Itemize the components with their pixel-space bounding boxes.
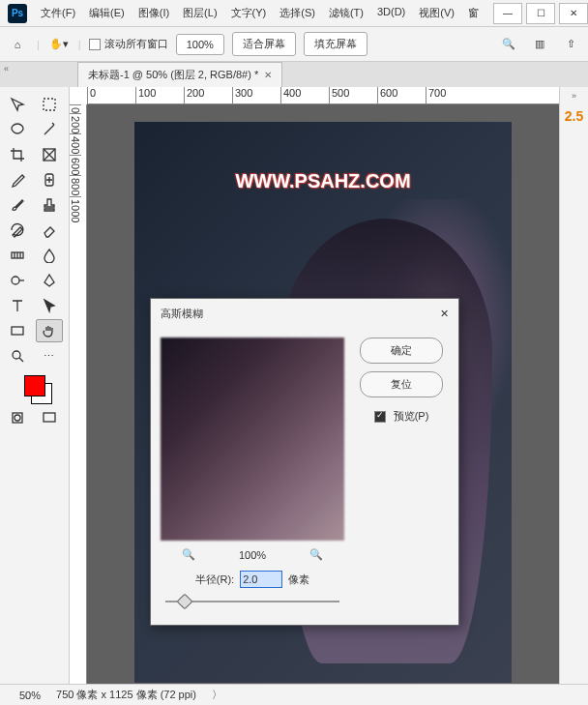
ok-button[interactable]: 确定: [360, 338, 443, 364]
eyedropper-tool[interactable]: [4, 168, 31, 191]
minimize-button[interactable]: —: [493, 3, 522, 24]
stamp-tool[interactable]: [36, 193, 63, 217]
brush-tool[interactable]: [4, 193, 31, 217]
svg-rect-9: [44, 413, 55, 422]
radius-slider[interactable]: [165, 594, 339, 609]
search-icon[interactable]: 🔍: [497, 33, 520, 56]
document-tab[interactable]: 未标题-1 @ 50% (图层 2, RGB/8#) *✕: [77, 62, 282, 87]
svg-point-6: [13, 351, 20, 359]
menu-select[interactable]: 选择(S): [274, 2, 321, 24]
crop-tool[interactable]: [4, 143, 31, 166]
home-icon[interactable]: ⌂: [6, 33, 29, 56]
quickmask-tool[interactable]: [4, 406, 31, 429]
ruler-horizontal[interactable]: 0100200300400500600700: [87, 87, 559, 104]
scroll-all-checkbox[interactable]: 滚动所有窗口: [89, 37, 168, 51]
color-swatch[interactable]: [4, 375, 65, 404]
fill-screen-button[interactable]: 填充屏幕: [304, 32, 368, 56]
gradient-tool[interactable]: [4, 244, 31, 267]
status-bar: 50% 750 像素 x 1125 像素 (72 ppi) 〉: [0, 684, 588, 705]
zoom-out-icon[interactable]: 🔍: [182, 548, 195, 561]
preview-checkbox[interactable]: 预览(P): [374, 409, 429, 424]
type-tool[interactable]: [4, 294, 31, 317]
status-doc-info[interactable]: 750 像素 x 1125 像素 (72 ppi): [56, 688, 196, 702]
radius-label: 半径(R):: [195, 573, 234, 587]
preview-zoom-level: 100%: [239, 549, 266, 561]
fit-screen-button[interactable]: 适合屏幕: [232, 32, 296, 56]
status-chevron-icon[interactable]: 〉: [212, 688, 222, 702]
share-icon[interactable]: ⇧: [559, 33, 582, 56]
collapse-panel-icon[interactable]: »: [560, 91, 588, 101]
menu-image[interactable]: 图像(I): [132, 2, 175, 24]
menu-window[interactable]: 窗: [462, 2, 485, 24]
wand-tool[interactable]: [36, 118, 63, 141]
zoom-in-icon[interactable]: 🔍: [309, 548, 323, 561]
zoom-tool[interactable]: [4, 344, 31, 367]
panel-value[interactable]: 2.5: [560, 108, 588, 124]
menu-view[interactable]: 视图(V): [413, 2, 460, 24]
move-tool[interactable]: [4, 93, 31, 116]
status-zoom[interactable]: 50%: [19, 690, 41, 701]
radius-input[interactable]: [240, 571, 282, 588]
menu-edit[interactable]: 编辑(E): [83, 2, 131, 24]
gaussian-blur-dialog: 高斯模糊 ✕ 🔍 100% 🔍 半径(R): 像素 确定 复位 预览(P): [150, 298, 459, 626]
foreground-color[interactable]: [24, 375, 45, 397]
menu-filter[interactable]: 滤镜(T): [323, 2, 369, 24]
ruler-vertical[interactable]: 02004006008001000: [70, 104, 87, 684]
title-bar: Ps 文件(F) 编辑(E) 图像(I) 图层(L) 文字(Y) 选择(S) 滤…: [0, 0, 588, 27]
blur-preview-image[interactable]: [161, 338, 344, 541]
eraser-tool[interactable]: [36, 219, 63, 242]
collapse-arrow-icon[interactable]: «: [4, 64, 9, 73]
svg-rect-0: [44, 99, 55, 110]
zoom-level-button[interactable]: 100%: [176, 34, 224, 55]
watermark-text: WWW.PSAHZ.COM: [134, 170, 512, 192]
history-brush-tool[interactable]: [4, 219, 31, 242]
svg-point-4: [12, 277, 19, 284]
hand-tool[interactable]: [36, 319, 63, 342]
tool-panel: ⋯: [0, 87, 70, 684]
lasso-tool[interactable]: [4, 118, 31, 141]
menu-file[interactable]: 文件(F): [35, 2, 81, 24]
app-logo: Ps: [8, 4, 27, 23]
main-menu: 文件(F) 编辑(E) 图像(I) 图层(L) 文字(Y) 选择(S) 滤镜(T…: [35, 2, 489, 24]
document-tabs: « 未标题-1 @ 50% (图层 2, RGB/8#) *✕: [0, 62, 588, 87]
pen-tool[interactable]: [36, 269, 63, 292]
menu-3d[interactable]: 3D(D): [371, 2, 411, 24]
more-tools[interactable]: ⋯: [36, 344, 63, 367]
svg-rect-5: [12, 327, 23, 335]
reset-button[interactable]: 复位: [360, 371, 443, 397]
options-bar: ⌂ | ✋▾ | 滚动所有窗口 100% 适合屏幕 填充屏幕 🔍 ▥ ⇧: [0, 27, 588, 62]
frame-tool[interactable]: [36, 143, 63, 166]
panels-icon[interactable]: ▥: [528, 33, 551, 56]
close-window-button[interactable]: ✕: [559, 3, 588, 24]
blur-tool[interactable]: [36, 244, 63, 267]
dodge-tool[interactable]: [4, 269, 31, 292]
heal-tool[interactable]: [36, 168, 63, 191]
dialog-title: 高斯模糊: [161, 307, 203, 321]
menu-type[interactable]: 文字(Y): [225, 2, 273, 24]
path-select-tool[interactable]: [36, 294, 63, 317]
hand-tool-icon[interactable]: ✋▾: [47, 33, 71, 56]
dialog-close-icon[interactable]: ✕: [440, 308, 449, 320]
radius-unit: 像素: [288, 573, 309, 587]
maximize-button[interactable]: ☐: [526, 3, 555, 24]
screenmode-tool[interactable]: [36, 406, 63, 429]
rectangle-tool[interactable]: [4, 319, 31, 342]
svg-point-8: [15, 415, 20, 421]
close-tab-icon[interactable]: ✕: [264, 70, 272, 80]
marquee-tool[interactable]: [36, 93, 63, 116]
menu-layer[interactable]: 图层(L): [177, 2, 222, 24]
right-panel: » 2.5: [559, 87, 588, 684]
